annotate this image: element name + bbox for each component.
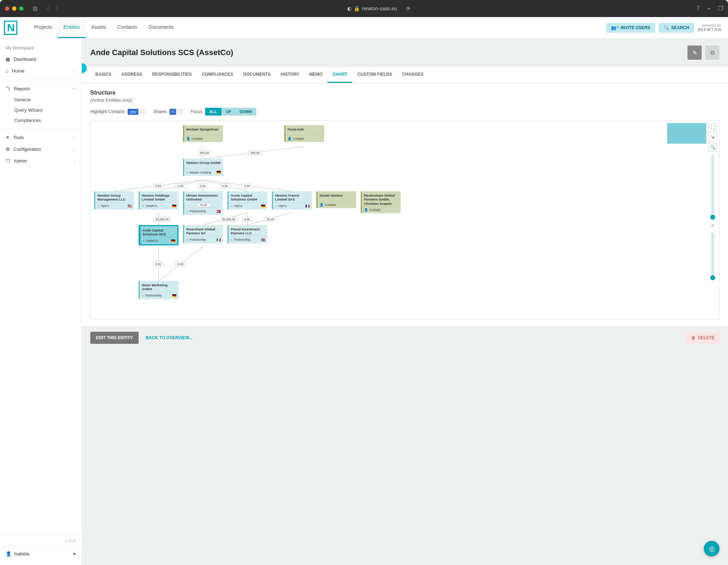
window-controls[interactable] [5,6,23,11]
fit-button[interactable]: ⤢ [708,221,717,230]
chart-node[interactable]: Swan Marketing GmbH⌂Partnership🇩🇪 [139,281,178,299]
back-to-overview-link[interactable]: BACK TO OVERVIEW... [146,335,193,340]
sidebar-item-dashboard[interactable]: ▦Dashboard [0,53,81,65]
chart-node[interactable]: Miriam Investments Unlimited20.00⌂Partne… [183,191,223,215]
subtab-custom-fields[interactable]: CUSTOM FIELDS [352,67,397,83]
chart-node[interactable]: Newton Group Management LLC⌂OpCo🇺🇸 [94,191,134,209]
shares-toggle[interactable]: # [170,109,183,115]
zoom-slider-top[interactable] [711,154,714,218]
flag-icon: 🇩🇪 [261,204,265,208]
subtab-memo[interactable]: MEMO [304,67,327,83]
chart-node[interactable]: Reviershare Global Partners GmbH, Christ… [361,191,401,213]
page-title: Ande Capital Solutions SCS (AssetCo) [90,48,233,57]
fullscreen-button[interactable]: ⛶ [708,123,717,132]
trash-icon: 🗑 [691,335,696,340]
user-icon: 👤 [6,551,11,556]
sidebar-item-home[interactable]: ⌂Home⌄ [0,65,81,77]
chevron-down-icon: ⌄ [73,159,76,163]
chevron-down-icon: ⌄ [73,147,76,151]
highlight-contacts-label: Highlight Contacts [90,109,125,114]
delete-button[interactable]: 🗑 DELETE [686,332,719,343]
nav-tab-contacts[interactable]: Contacts [112,17,143,38]
chart-node[interactable]: Daniel Newton👤Contact [316,191,356,208]
focus-up[interactable]: UP [221,108,235,116]
reload-icon[interactable]: ⟳ [406,6,411,11]
chart-canvas[interactable]: ⛶ ⇲ 🔍 ⤢ Michael Spiegelman👤ContactPaula … [90,121,719,320]
chart-node[interactable]: Prenzl Investment Partners LLC⌂Partnersh… [228,225,267,243]
export-button[interactable]: ⇲ [708,133,717,142]
url-bar[interactable]: ◐ 🔒 newton-saas.eu ⟳ [64,6,694,11]
nav-tab-assets[interactable]: Assets [86,17,112,38]
focus-all[interactable]: ALL [205,108,221,116]
chart-node[interactable]: Ande Capital Solutions SCS⌂AssetCo🇩🇪 [139,225,178,245]
sidebar-sub-query-wizard[interactable]: Query Wizard [0,105,81,115]
subtab-basics[interactable]: BASICS [90,67,116,83]
sidebar-reports[interactable]: 〽 Reports ヘ [0,83,81,95]
chart-node[interactable]: Acme Capital Solutions GmbH⌂OpCo🇩🇪 [228,191,267,209]
zoom-search-button[interactable]: 🔍 [708,143,717,151]
edit-entity-button[interactable]: EDIT THIS ENTITY [90,332,139,344]
zoom-slider-bottom[interactable] [711,233,714,279]
edit-button[interactable]: ✎ [687,46,702,60]
home-icon: ⌂ [275,204,277,208]
subtab-changes[interactable]: CHANGES [397,67,428,83]
home-icon: ⌂ [186,171,188,174]
chart-node[interactable]: Newton France Limited SAS⌂OpCo🇫🇷 [272,191,312,209]
contact-icon: 👤 [186,137,190,140]
edge-label: 0.00 [242,217,252,222]
edge-label: 0.00 [198,183,208,188]
minimap[interactable] [667,123,706,144]
sidebar-item-configuration[interactable]: ⚙Configuration⌄ [0,143,81,155]
configuration-icon: ⚙ [6,146,10,152]
shares-label: Shares [153,109,167,114]
invite-icon: 👥⁺ [611,25,619,30]
copy-button[interactable]: ⧉ [705,46,719,60]
nav-tab-projects[interactable]: Projects [28,17,58,38]
sidebar-item-admin[interactable]: 🛡Admin⌄ [0,155,81,167]
back-icon[interactable]: 〈 [44,5,49,12]
highlight-contacts-toggle[interactable]: yes [128,109,145,115]
nav-tab-entities[interactable]: Entities [58,17,86,38]
help-fab[interactable]: ◎ [704,541,719,556]
chart-node[interactable]: Michael Spiegelman👤Contact [183,125,223,142]
forward-icon[interactable]: 〉 [56,5,61,12]
url-text: newton-saas.eu [362,6,397,11]
flag-icon: 🇬🇧 [261,238,265,242]
chart-node[interactable]: Rivershare Global Partners Srl⌂Partnersh… [183,225,223,243]
chart-node[interactable]: Newton Group GmbH⌂Master Holding🇩🇪 [183,159,223,176]
chart-node[interactable]: Newton Holdings Limited GmbH⌂AssetCo🇩🇪 [139,191,178,209]
subtab-address[interactable]: ADDRESS [116,67,147,83]
new-tab-icon[interactable]: ＋ [706,5,712,12]
focus-segmented[interactable]: ALLUPDOWN [205,108,256,116]
sidebar-toggle-icon[interactable]: ▤ [33,5,38,12]
search-button[interactable]: 🔍 SEARCH [659,23,694,33]
nav-tab-documents[interactable]: Documents [143,17,180,38]
version-label: 3.10.0 [0,535,81,547]
subtab-responsibilities[interactable]: RESPONSIBILITIES [147,67,197,83]
focus-down[interactable]: DOWN [235,108,256,116]
subtab-history[interactable]: HISTORY [275,67,304,83]
home-icon: ⌂ [231,204,232,208]
sidebar-item-tools[interactable]: ✕Tools⌄ [0,132,81,143]
tabs-icon[interactable]: ❐ [718,5,723,12]
sidebar-sub-general[interactable]: General [0,95,81,105]
tools-icon: ✕ [6,135,10,140]
subtab-documents[interactable]: DOCUMENTS [238,67,275,83]
edge-label: 20.00 [264,217,276,222]
share-icon[interactable]: ⤴ [697,5,700,12]
flag-icon: 🇩🇪 [172,294,176,298]
flag-icon: 🇫🇷 [305,204,310,208]
sidebar-sub-compliances[interactable]: Compliances [0,115,81,126]
top-nav: N ProjectsEntitiesAssetsContactsDocument… [0,17,728,38]
contact-icon: 👤 [364,208,368,212]
user-menu[interactable]: 👤 Isabela ▾ [0,547,81,561]
home-icon: ⌂ [231,238,232,241]
browser-nav-icons[interactable]: ▤ 〈 〉 [33,5,61,12]
logo[interactable]: N [0,17,21,38]
subtab-compliances[interactable]: COMPLIANCES [197,67,238,83]
subtab-chart[interactable]: CHART [327,67,352,83]
flag-icon: 🇩🇪 [216,170,221,174]
invite-users-button[interactable]: 👥⁺ INVITE USERS [606,23,655,33]
chart-node[interactable]: Paula Kah👤Contact [284,125,324,142]
edge-label: 0.00 [220,183,230,188]
